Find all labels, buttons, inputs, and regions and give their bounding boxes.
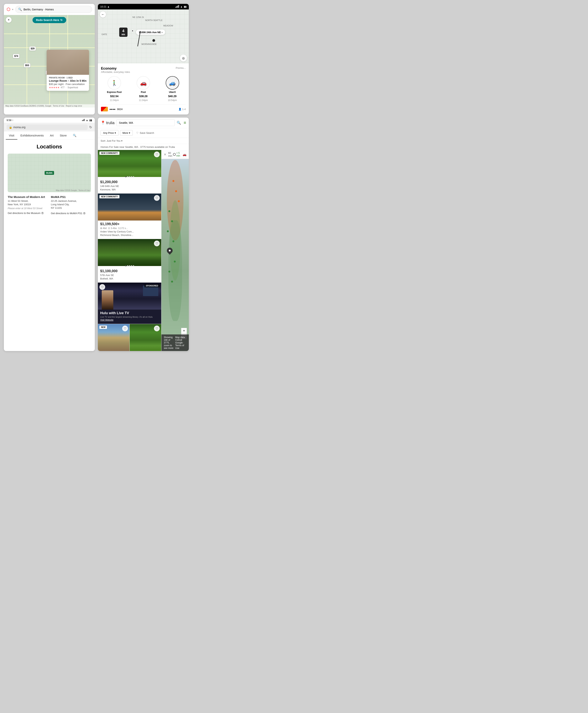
uber-option-expresspool[interactable]: 🚶‍♂️ Express Pool $32.54 11:04pm — [101, 76, 128, 102]
premium-link[interactable]: Premiu... — [176, 66, 186, 69]
get-directions-ps1-link[interactable]: Get directions to MoMA PS1 ⦿ — [51, 212, 91, 215]
map-pin[interactable] — [168, 271, 170, 272]
more-filter-label: More — [123, 131, 128, 134]
trulia-header: 📍 trulia 🔍 ≡ — [98, 118, 189, 128]
favorite-button[interactable] — [154, 326, 160, 331]
map-pin[interactable] — [172, 240, 174, 242]
price-bubble[interactable]: $74 — [13, 54, 19, 58]
heart-icon — [155, 196, 158, 200]
listing-item[interactable] — [130, 324, 161, 351]
recenter-button[interactable] — [180, 55, 187, 61]
get-directions-link[interactable]: Get directions to the Museum ⦿ — [8, 212, 48, 215]
superhost-label: Superhost — [67, 86, 78, 89]
menu-icon[interactable]: ≡ — [184, 120, 186, 125]
signal-icon — [175, 5, 179, 8]
map-attribution: Map data ©2018 GeoBasis-DE/BKG (©2009), … — [4, 104, 95, 107]
uber-card-info[interactable]: ●●●● 9824 — [101, 107, 123, 111]
more-filter-button[interactable]: More — [120, 130, 133, 136]
uberx-time: 10:54pm — [168, 99, 177, 102]
visit-website-link[interactable]: Visit Website — [100, 319, 113, 321]
trulia-sort[interactable]: Sort: Just For You — [98, 138, 189, 144]
chevron-right-icon: › — [162, 30, 163, 34]
location-name: The Museum of Modern Art — [8, 195, 48, 199]
heart-icon — [155, 152, 158, 156]
favorite-button[interactable] — [154, 195, 160, 201]
price-bubble[interactable]: $29 — [29, 46, 36, 51]
url-input[interactable]: moma.org — [6, 124, 88, 130]
map-pin[interactable] — [171, 281, 173, 283]
trulia-filters: Any Price More ♡ Save Search — [98, 128, 189, 138]
trulia-map-pins — [162, 150, 189, 351]
map-pin[interactable] — [168, 210, 170, 212]
listing-item[interactable]: NEW COMMUNITY $1,199,500+ ⊞ 4bd ⊡ 3-4ba … — [98, 193, 161, 239]
nav-item-visit[interactable]: Visit — [6, 131, 17, 140]
dot — [125, 176, 126, 177]
listing-dots — [98, 175, 161, 179]
listing-card[interactable]: PRIVATE ROOM · 1 BED Lounge Room – Alex … — [47, 50, 89, 91]
listing-image — [98, 239, 161, 266]
uber-option-uberx[interactable]: 🚙 UberX $40.29 10:54pm — [159, 76, 186, 102]
refresh-icon[interactable] — [89, 125, 92, 129]
listing-city: Richmond Beach, Shoreline... — [100, 233, 159, 237]
uber-status-bar: 10:21 ▲ ▲ ▮▮ — [98, 4, 189, 9]
favorite-button[interactable] — [100, 284, 105, 290]
listing-item[interactable]: NEW COMMUNITY $1,200,000 1 — [98, 150, 161, 193]
map-pin-orange[interactable] — [172, 180, 174, 182]
price-bubble[interactable]: $53 — [24, 63, 30, 67]
listing-item-sponsored[interactable]: SPONSORED Hulu with Live TV Live TV and … — [98, 283, 161, 324]
favorite-button[interactable] — [122, 326, 128, 331]
mastercard-icon — [101, 107, 108, 111]
map-label-meadow: MEADOW — [163, 24, 173, 27]
save-search-button[interactable]: ♡ Save Search — [134, 130, 156, 136]
map-pin[interactable] — [174, 261, 176, 263]
price-filter-label: Any Price — [103, 131, 114, 134]
map-label-ne125: NE 125th St — [132, 16, 144, 18]
nav-item-search[interactable] — [70, 131, 80, 140]
uber-ride-header: Economy Affordable, everyday rides Premi… — [101, 66, 186, 74]
nav-item-store[interactable]: Store — [57, 131, 70, 140]
airbnb-header: ⬡ ▾ Berlin, Germany · Homes — [4, 4, 95, 15]
location-note: Please enter at 18 West 53 Street — [8, 207, 48, 210]
price-filter-button[interactable]: Any Price — [101, 130, 119, 136]
trulia-header-icons: 🔍 ≡ — [177, 120, 186, 125]
airbnb-panel: ⬡ ▾ Berlin, Germany · Homes × — [4, 4, 95, 115]
uberx-icon: 🚙 — [166, 76, 179, 89]
listing-card-image — [47, 50, 89, 75]
airbnb-logo-chevron: ▾ — [12, 8, 13, 11]
map-pin[interactable] — [167, 230, 169, 232]
listing-item[interactable]: NEW — [98, 324, 130, 351]
favorite-button[interactable] — [154, 241, 160, 246]
zoom-in-button[interactable]: + — [181, 328, 187, 334]
expresspool-icon: 🚶‍♂️ — [107, 76, 121, 89]
search-input[interactable]: Berlin, Germany · Homes — [23, 8, 89, 11]
listing-image — [130, 324, 161, 351]
back-button[interactable] — [100, 12, 106, 18]
airbnb-search-bar[interactable]: Berlin, Germany · Homes — [15, 6, 92, 13]
heart-icon — [124, 327, 126, 330]
listing-item[interactable]: $1,100,000 57th Ave SE Bothell, WA — [98, 239, 161, 283]
chevron-down-icon — [129, 131, 130, 134]
expresspool-time: 11:04pm — [110, 99, 119, 102]
redo-search-button[interactable]: Redo Search Here ↻ — [33, 17, 66, 23]
refresh-icon: ↻ — [60, 19, 63, 22]
uber-option-pool[interactable]: 🚗 Pool $38.28 11:04pm — [130, 76, 157, 102]
battery-icon: ▮▮ — [89, 119, 92, 122]
map-close-button[interactable]: × — [6, 17, 12, 23]
nav-item-art[interactable]: Art — [47, 131, 57, 140]
search-icon[interactable]: 🔍 — [177, 121, 181, 125]
ride-type-label: Economy — [101, 66, 130, 70]
listing-address: 57th Ave SE — [100, 274, 159, 277]
ad-title: Hulu with Live TV — [100, 311, 159, 315]
map-pin-orange[interactable] — [178, 200, 180, 202]
seattle-pin[interactable] — [167, 248, 173, 253]
map-pin-orange[interactable] — [175, 190, 177, 192]
trulia-search-input[interactable] — [117, 120, 175, 126]
listing-info: $1,200,000 148 84th Ave NE Kenmore, WA — [98, 179, 161, 193]
favorite-button[interactable] — [154, 151, 160, 157]
nav-item-exhibitions[interactable]: Exhibitions/events — [17, 131, 47, 140]
moma-map: MoMA Map data ©2018 Google · Terms of Us… — [8, 154, 91, 192]
uber-panel: 10:21 ▲ ▲ ▮▮ — [98, 4, 189, 115]
heart-icon — [101, 285, 104, 289]
listing-city: Kenmore, WA — [100, 188, 159, 191]
map-pin[interactable] — [171, 220, 173, 222]
